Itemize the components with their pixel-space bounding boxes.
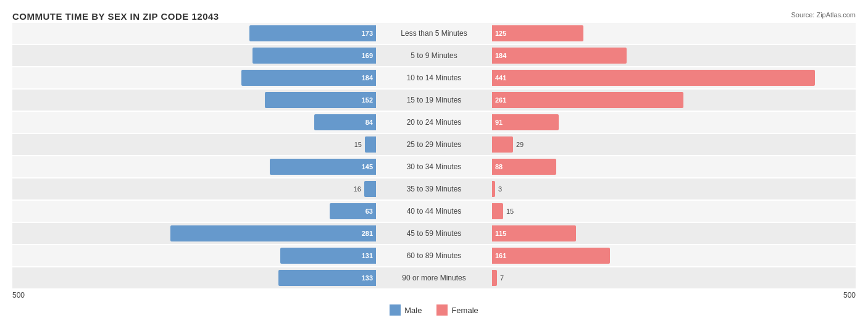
row-label: 5 to 9 Minutes (378, 51, 490, 60)
male-section: 152 (12, 90, 378, 111)
female-section: 125 (490, 23, 856, 44)
male-bar (364, 181, 376, 197)
male-section: 169 (12, 45, 378, 66)
row-inner: 184 10 to 14 Minutes 441 (12, 67, 856, 88)
female-bar: 161 (492, 248, 610, 264)
male-bar (365, 136, 376, 153)
male-section: 15 (12, 134, 378, 155)
male-section: 145 (12, 156, 378, 177)
female-bar-value-outside: 7 (500, 274, 504, 282)
female-bar-value: 88 (495, 163, 503, 170)
male-bar: 84 (314, 114, 376, 130)
table-row: 152 15 to 19 Minutes 261 (12, 90, 856, 111)
male-bar-value: 169 (362, 52, 373, 59)
row-label: 35 to 39 Minutes (378, 185, 490, 193)
male-section: 84 (12, 112, 378, 133)
chart-area: 173 Less than 5 Minutes 125 169 5 to 9 M… (12, 23, 856, 288)
legend-male-label: Male (404, 306, 422, 315)
female-section: 441 (490, 67, 856, 88)
female-section: 15 (490, 201, 856, 222)
female-bar: 184 (492, 48, 627, 64)
female-bar: 115 (492, 225, 576, 241)
row-inner: 131 60 to 89 Minutes 161 (12, 245, 856, 266)
female-section: 29 (490, 134, 856, 155)
source-label: Source: ZipAtlas.com (791, 11, 856, 19)
row-label: 90 or more Minutes (378, 274, 490, 282)
male-section: 133 (12, 267, 378, 288)
legend: Male Female (12, 304, 856, 316)
row-label: 45 to 59 Minutes (378, 229, 490, 238)
row-inner: 281 45 to 59 Minutes 115 (12, 223, 856, 244)
male-bar-value: 184 (362, 74, 373, 82)
male-bar-value: 145 (362, 163, 373, 170)
female-section: 3 (490, 178, 856, 199)
female-bar (492, 136, 513, 153)
row-inner: 16 35 to 39 Minutes 3 (12, 178, 856, 199)
chart-title: COMMUTE TIME BY SEX IN ZIP CODE 12043 (12, 11, 219, 22)
table-row: 145 30 to 34 Minutes 88 (12, 156, 856, 177)
male-bar-value-outside: 16 (354, 185, 361, 193)
table-row: 16 35 to 39 Minutes 3 (12, 178, 856, 199)
female-bar: 88 (492, 159, 556, 175)
male-section: 131 (12, 245, 378, 266)
row-label: 10 to 14 Minutes (378, 73, 490, 82)
female-bar: 441 (492, 70, 815, 86)
female-bar: 261 (492, 92, 683, 108)
female-bar-value: 261 (495, 96, 506, 104)
table-row: 184 10 to 14 Minutes 441 (12, 67, 856, 88)
male-bar: 173 (249, 25, 376, 41)
table-row: 133 90 or more Minutes 7 (12, 267, 856, 288)
row-label: 40 to 44 Minutes (378, 207, 490, 216)
female-bar-value-outside: 29 (516, 141, 524, 148)
axis-left: 500 (12, 291, 25, 300)
male-section: 63 (12, 201, 378, 222)
row-label: 25 to 29 Minutes (378, 140, 490, 149)
male-section: 281 (12, 223, 378, 244)
female-bar-value: 184 (495, 52, 506, 59)
row-label: 20 to 24 Minutes (378, 118, 490, 127)
female-bar-value: 91 (495, 119, 503, 126)
axis-right: 500 (843, 291, 856, 300)
female-bar-value-outside: 3 (498, 185, 502, 193)
male-bar: 169 (252, 48, 376, 64)
male-section: 173 (12, 23, 378, 44)
table-row: 131 60 to 89 Minutes 161 (12, 245, 856, 266)
female-bar (492, 181, 495, 197)
female-section: 161 (490, 245, 856, 266)
row-inner: 15 25 to 29 Minutes 29 (12, 134, 856, 155)
male-section: 16 (12, 178, 378, 199)
male-bar: 133 (278, 270, 376, 286)
legend-male: Male (390, 304, 422, 316)
row-inner: 169 5 to 9 Minutes 184 (12, 45, 856, 66)
female-section: 7 (490, 267, 856, 288)
table-row: 169 5 to 9 Minutes 184 (12, 45, 856, 66)
male-bar: 184 (241, 70, 376, 86)
female-bar (492, 270, 497, 286)
axis-row: 500 500 (12, 291, 856, 300)
row-inner: 63 40 to 44 Minutes 15 (12, 201, 856, 222)
female-section: 91 (490, 112, 856, 133)
male-bar: 152 (265, 92, 376, 108)
male-bar-value: 173 (362, 30, 373, 37)
male-bar-value: 281 (362, 230, 373, 237)
male-bar-value: 152 (362, 96, 373, 104)
table-row: 84 20 to 24 Minutes 91 (12, 112, 856, 133)
row-inner: 133 90 or more Minutes 7 (12, 267, 856, 288)
male-bar: 281 (170, 225, 376, 241)
row-label: Less than 5 Minutes (378, 29, 490, 38)
female-section: 261 (490, 90, 856, 111)
female-bar (492, 203, 503, 219)
female-section: 115 (490, 223, 856, 244)
table-row: 281 45 to 59 Minutes 115 (12, 223, 856, 244)
row-inner: 173 Less than 5 Minutes 125 (12, 23, 856, 44)
table-row: 63 40 to 44 Minutes 15 (12, 201, 856, 222)
table-row: 15 25 to 29 Minutes 29 (12, 134, 856, 155)
male-bar-value: 131 (362, 252, 373, 259)
female-bar-value: 125 (495, 30, 506, 37)
row-label: 60 to 89 Minutes (378, 251, 490, 260)
male-section: 184 (12, 67, 378, 88)
row-label: 15 to 19 Minutes (378, 96, 490, 104)
row-inner: 152 15 to 19 Minutes 261 (12, 90, 856, 111)
female-bar-value: 161 (495, 252, 506, 259)
male-bar: 63 (330, 203, 376, 219)
